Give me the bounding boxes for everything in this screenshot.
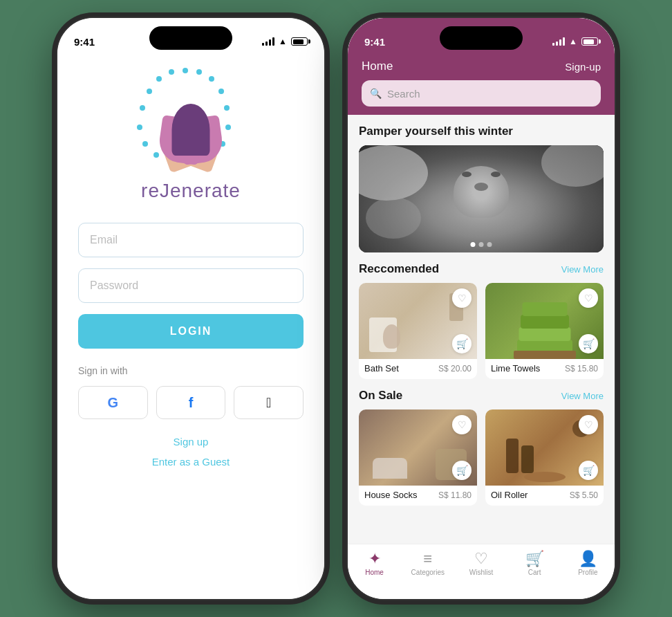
onsale-view-more[interactable]: View More (561, 391, 604, 401)
nav-item-home[interactable]: ✦ Home (355, 551, 393, 576)
search-bar[interactable]: 🔍 Search (362, 80, 601, 107)
oil-wishlist-button[interactable]: ♡ (579, 415, 598, 434)
dot (156, 76, 162, 82)
banner-title: Pamper yourself this winter (359, 125, 604, 138)
status-icons-left: ▲ (262, 37, 308, 46)
oil-cart-button[interactable]: 🛒 (579, 461, 598, 480)
google-icon: G (108, 395, 119, 411)
socks-cart-button[interactable]: 🛒 (452, 461, 472, 480)
product-image-bath: ♡ 🛒 (359, 283, 477, 359)
product-card-oil[interactable]: ♡ 🛒 Oil Roller S$ 5.50 (485, 409, 604, 506)
signal-icon (262, 37, 274, 46)
categories-nav-label: Categories (411, 569, 445, 576)
login-phone: 9:41 ▲ (56, 17, 326, 600)
bath-set-name: Bath Set (364, 363, 399, 374)
socks-price: S$ 11.80 (438, 490, 472, 500)
banner[interactable] (359, 145, 604, 252)
wishlist-nav-label: Wishlist (469, 569, 493, 576)
nav-item-categories[interactable]: ≡ Categories (409, 551, 447, 576)
cart-nav-label: Cart (528, 569, 541, 576)
google-signin-button[interactable]: G (78, 386, 148, 419)
nav-signup[interactable]: Sign-up (565, 61, 601, 73)
home-nav-icon: ✦ (368, 551, 381, 567)
home-body: Pamper yourself this winter (348, 115, 615, 564)
lime-towels-name: Lime Towels (491, 363, 540, 374)
home-phone: 9:41 ▲ Home Sign-up 🔍 (346, 17, 616, 600)
dot (183, 68, 188, 73)
oil-name: Oil Roller (491, 490, 528, 500)
onsale-header: On Sale View More (359, 389, 604, 403)
bath-set-price: S$ 20.00 (438, 364, 472, 374)
nav-item-profile[interactable]: 👤 Profile (569, 551, 607, 576)
signup-link[interactable]: Sign up (174, 436, 209, 448)
social-buttons: G f  (78, 386, 304, 419)
product-card-bath[interactable]: ♡ 🛒 Bath Set S$ 20.00 (359, 283, 477, 379)
wifi-icon-right: ▲ (569, 37, 577, 46)
battery-icon-right (581, 37, 598, 46)
recommended-title: Reccomended (359, 262, 439, 276)
search-icon: 🔍 (370, 88, 382, 99)
home-nav: Home Sign-up (362, 55, 601, 80)
logo-dots (122, 62, 260, 173)
apple-icon:  (266, 395, 271, 411)
logo-area: reJenerate (122, 62, 260, 202)
recommended-view-more[interactable]: View More (561, 264, 604, 275)
product-card-socks[interactable]: ♡ 🛒 House Socks S$ 11.80 (359, 409, 477, 506)
dot (147, 89, 152, 94)
lotus-icon (142, 97, 239, 166)
product-image-towels: ♡ 🛒 (485, 283, 604, 359)
banner-dot-2[interactable] (479, 242, 484, 247)
lime-towels-price: S$ 15.80 (565, 364, 598, 374)
facebook-icon: f (189, 395, 194, 411)
wifi-icon: ▲ (279, 37, 287, 46)
lime-towels-wishlist-button[interactable]: ♡ (579, 288, 598, 308)
home-nav-label: Home (365, 569, 384, 576)
product-image-oil: ♡ 🛒 (485, 409, 604, 486)
product-image-socks: ♡ 🛒 (359, 409, 477, 486)
guest-link[interactable]: Enter as a Guest (152, 456, 230, 468)
nav-item-cart[interactable]: 🛒 Cart (516, 551, 554, 576)
dot (196, 69, 202, 75)
search-placeholder: Search (387, 88, 420, 100)
nav-item-wishlist[interactable]: ♡ Wishlist (462, 551, 500, 576)
dot (209, 76, 214, 82)
profile-nav-label: Profile (578, 569, 597, 576)
password-field[interactable] (78, 268, 304, 303)
recommended-header: Reccomended View More (359, 262, 604, 276)
status-time-left: 9:41 (74, 36, 95, 48)
lime-towels-cart-button[interactable]: 🛒 (579, 334, 598, 353)
socks-info: House Socks S$ 11.80 (359, 486, 477, 506)
app-name: reJenerate (141, 180, 241, 202)
oil-price: S$ 5.50 (570, 490, 598, 500)
dynamic-island (149, 26, 232, 50)
email-field[interactable] (78, 223, 304, 257)
oil-info: Oil Roller S$ 5.50 (485, 486, 604, 506)
signal-icon-right (552, 37, 565, 46)
facebook-signin-button[interactable]: f (156, 386, 226, 419)
profile-nav-icon: 👤 (579, 551, 597, 567)
bath-set-cart-button[interactable]: 🛒 (452, 334, 472, 353)
apple-signin-button[interactable]:  (234, 386, 304, 419)
status-icons-right: ▲ (552, 37, 598, 46)
nav-title: Home (362, 59, 393, 73)
home-header: Home Sign-up 🔍 Search (348, 55, 615, 115)
banner-image (359, 145, 604, 252)
bath-set-wishlist-button[interactable]: ♡ (452, 288, 472, 308)
onsale-title: On Sale (359, 389, 402, 403)
dot (169, 69, 174, 75)
lime-towels-info: Lime Towels S$ 15.80 (485, 359, 604, 379)
bath-set-info: Bath Set S$ 20.00 (359, 359, 477, 379)
banner-dot-1[interactable] (471, 242, 476, 247)
dot (137, 125, 142, 130)
dot (218, 89, 224, 94)
cart-nav-icon: 🛒 (525, 551, 544, 567)
dynamic-island-right (440, 26, 523, 50)
banner-dot-3[interactable] (487, 242, 492, 247)
socks-wishlist-button[interactable]: ♡ (452, 415, 472, 434)
product-card-towels[interactable]: ♡ 🛒 Lime Towels S$ 15.80 (485, 283, 604, 379)
login-button[interactable]: LOGIN (78, 314, 304, 349)
categories-nav-icon: ≡ (423, 551, 432, 567)
bottom-nav: ✦ Home ≡ Categories ♡ Wishlist 🛒 Cart 👤 … (348, 544, 615, 599)
recommended-grid: ♡ 🛒 Bath Set S$ 20.00 (359, 283, 604, 379)
banner-dots (471, 242, 492, 247)
